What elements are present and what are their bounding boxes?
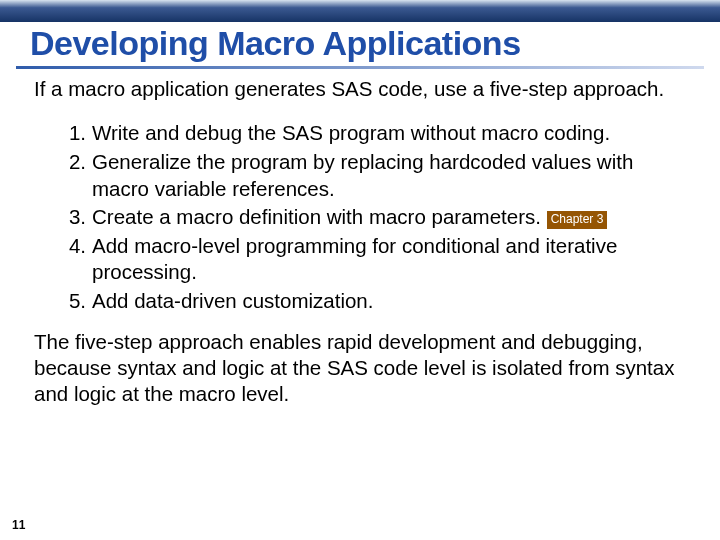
- step-text: Create a macro definition with macro par…: [92, 205, 541, 228]
- step-text: Write and debug the SAS program without …: [92, 121, 610, 144]
- chapter-badge: Chapter 3: [547, 211, 608, 229]
- step-text: Generalize the program by replacing hard…: [92, 150, 633, 200]
- list-item: Create a macro definition with macro par…: [90, 204, 686, 231]
- page-number: 11: [12, 518, 25, 532]
- slide-content: If a macro application generates SAS cod…: [34, 76, 686, 407]
- step-text: Add macro-level programming for conditio…: [92, 234, 617, 284]
- list-item: Generalize the program by replacing hard…: [90, 149, 686, 202]
- slide-title: Developing Macro Applications: [30, 24, 690, 63]
- intro-text: If a macro application generates SAS cod…: [34, 76, 686, 102]
- list-item: Add data-driven customization.: [90, 288, 686, 315]
- step-text: Add data-driven customization.: [92, 289, 373, 312]
- slide: Developing Macro Applications If a macro…: [0, 0, 720, 540]
- header-band: [0, 0, 720, 22]
- closing-text: The five-step approach enables rapid dev…: [34, 329, 686, 408]
- title-rule: [16, 66, 704, 69]
- steps-list: Write and debug the SAS program without …: [34, 120, 686, 314]
- list-item: Write and debug the SAS program without …: [90, 120, 686, 147]
- list-item: Add macro-level programming for conditio…: [90, 233, 686, 286]
